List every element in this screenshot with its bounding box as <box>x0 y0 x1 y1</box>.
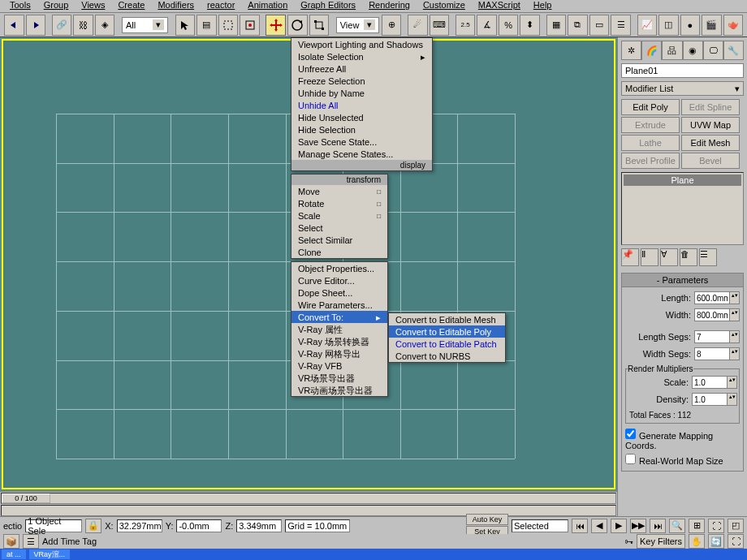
tab-display[interactable]: 🖵 <box>703 41 723 60</box>
mod-edit-mesh[interactable]: Edit Mesh <box>681 135 740 151</box>
menu-help[interactable]: Help <box>527 0 559 12</box>
x-field[interactable]: 32.297mm <box>117 519 162 532</box>
pan-button[interactable]: ✋ <box>689 534 705 549</box>
mod-bevel[interactable]: Bevel <box>681 153 740 169</box>
key-filters-button[interactable]: Key Filters <box>637 534 685 549</box>
menu-clone[interactable]: Clone <box>291 246 387 258</box>
rotate-button[interactable] <box>287 15 308 36</box>
mod-uvw-map[interactable]: UVW Map <box>681 117 740 133</box>
make-unique-button[interactable]: ∀ <box>660 248 678 266</box>
tab-motion[interactable]: ◉ <box>683 41 703 60</box>
zoom-all-button[interactable]: ⊞ <box>689 519 705 533</box>
fov-button[interactable]: ◰ <box>728 519 744 533</box>
tab-hierarchy[interactable]: 品 <box>662 41 682 60</box>
width-spinner[interactable]: ▴▾ <box>694 308 740 321</box>
named-sel-button[interactable]: ▦ <box>546 15 567 36</box>
select-by-name-button[interactable]: ▤ <box>196 15 217 36</box>
menu-vray-vfb[interactable]: V-Ray VFB <box>291 360 387 372</box>
menu-group[interactable]: Group <box>37 0 76 12</box>
menu-grapheditors[interactable]: Graph Editors <box>294 0 362 12</box>
menu-unfreeze-all[interactable]: Unfreeze All <box>291 62 432 75</box>
arc-rotate-button[interactable]: 🔄 <box>708 534 724 549</box>
menu-viewport-lighting[interactable]: Viewport Lighting and Shadows▸ <box>291 38 432 50</box>
snap-toggle-button[interactable]: 2.5 <box>456 15 476 36</box>
layers-button[interactable]: ☰ <box>611 15 631 36</box>
parameters-header[interactable]: - Parameters <box>622 274 743 287</box>
render-button[interactable]: 🫖 <box>723 15 744 36</box>
auto-key-button[interactable]: Auto Key <box>466 514 508 525</box>
mod-edit-poly[interactable]: Edit Poly <box>621 99 680 115</box>
maximize-viewport-button[interactable]: ⛶ <box>728 534 744 549</box>
menu-dope-sheet[interactable]: Dope Sheet... <box>291 286 387 299</box>
render-setup-button[interactable]: 🎬 <box>702 15 722 36</box>
task-item-2[interactable]: VRay渲... <box>29 549 71 559</box>
goto-start-button[interactable]: ⏮ <box>572 519 588 533</box>
mod-lathe[interactable]: Lathe <box>621 135 680 151</box>
menu-vray-props[interactable]: V-Ray 属性 <box>291 323 387 335</box>
zoom-button[interactable]: 🔍 <box>669 519 685 533</box>
align-button[interactable]: ▭ <box>589 15 610 36</box>
menu-rotate[interactable]: Rotate□ <box>291 197 387 209</box>
spinner-snap-button[interactable]: ⬍ <box>520 15 540 36</box>
pin-stack-button[interactable]: 📌 <box>621 248 639 266</box>
menu-vray-mesh-export[interactable]: V-Ray 网格导出 <box>291 347 387 360</box>
menu-tools[interactable]: Tools <box>3 0 37 12</box>
menu-convert-mesh[interactable]: Convert to Editable Mesh <box>389 313 505 325</box>
lock-selection-button[interactable]: 🔒 <box>85 519 101 533</box>
configure-sets-button[interactable]: ☰ <box>699 248 717 266</box>
menu-move[interactable]: Move□ <box>291 185 387 197</box>
menu-unhide-name[interactable]: Unhide by Name <box>291 87 432 99</box>
menu-convert-poly[interactable]: Convert to Editable Poly <box>389 325 505 338</box>
scale-spinner[interactable]: ▴▾ <box>692 376 737 389</box>
track-bar[interactable] <box>1 505 616 516</box>
modifier-stack[interactable]: Plane <box>621 172 744 245</box>
menu-select-similar[interactable]: Select Similar <box>291 234 387 246</box>
pivot-button[interactable]: ⊕ <box>382 15 402 36</box>
mod-edit-spline[interactable]: Edit Spline <box>681 99 740 115</box>
menu-manage-states[interactable]: Manage Scene States... <box>291 148 432 160</box>
tab-create[interactable]: ✲ <box>621 41 641 60</box>
undo-button[interactable] <box>4 15 24 36</box>
stack-item-plane[interactable]: Plane <box>624 174 741 186</box>
time-slider-thumb[interactable]: 0 / 100 <box>2 493 50 503</box>
real-world-checkbox[interactable] <box>625 454 636 464</box>
menu-vray-converter[interactable]: V-Ray 场景转换器 <box>291 335 387 347</box>
percent-snap-button[interactable]: % <box>499 15 519 36</box>
goto-end-button[interactable]: ⏭ <box>650 519 666 533</box>
manipulate-button[interactable]: ☄ <box>408 15 428 36</box>
menu-modifiers[interactable]: Modifiers <box>151 0 201 12</box>
menu-reactor[interactable]: reactor <box>201 0 241 12</box>
lsegs-spinner[interactable]: ▴▾ <box>694 330 740 343</box>
unlink-button[interactable]: ⛓ <box>73 15 93 36</box>
add-time-tag[interactable]: Add Time Tag <box>42 536 107 546</box>
menu-convert-to[interactable]: Convert To:▸ <box>291 311 387 323</box>
modifier-list-combo[interactable]: Modifier List▾ <box>621 81 744 96</box>
menu-convert-nurbs[interactable]: Convert to NURBS <box>389 350 505 362</box>
object-name-field[interactable] <box>621 63 744 78</box>
play-button[interactable]: ▶ <box>611 519 627 533</box>
show-result-button[interactable]: Ⅱ <box>641 248 658 266</box>
curve-editor-button[interactable]: 📈 <box>637 15 658 36</box>
time-slider[interactable]: 0 / 100 <box>1 493 616 504</box>
ref-coord-combo[interactable]: View▾ <box>336 17 379 33</box>
menu-maxscript[interactable]: MAXScript <box>472 0 527 12</box>
z-field[interactable]: 3.349mm <box>236 519 282 532</box>
bind-button[interactable]: ◈ <box>95 15 115 36</box>
scale-button[interactable] <box>309 15 330 36</box>
length-spinner[interactable]: ▴▾ <box>694 291 740 304</box>
redo-button[interactable] <box>26 15 46 36</box>
mod-bevel-profile[interactable]: Bevel Profile <box>621 153 680 169</box>
y-field[interactable]: -0.0mm <box>176 519 222 532</box>
menu-curve-editor[interactable]: Curve Editor... <box>291 274 387 286</box>
menu-vr-anim-export[interactable]: VR动画场景导出器 <box>291 384 387 396</box>
key-mode-combo[interactable]: Selected <box>512 519 568 532</box>
select-window-button[interactable] <box>240 15 260 36</box>
mirror-button[interactable]: ⧉ <box>568 15 588 36</box>
menu-save-state[interactable]: Save Scene State... <box>291 136 432 148</box>
angle-snap-button[interactable]: ∡ <box>477 15 497 36</box>
move-button[interactable] <box>266 15 286 36</box>
mod-extrude[interactable]: Extrude <box>621 117 680 133</box>
menu-scale[interactable]: Scale□ <box>291 209 387 222</box>
tab-modify[interactable]: 🌈 <box>641 41 662 60</box>
tab-utilities[interactable]: 🔧 <box>723 41 744 60</box>
